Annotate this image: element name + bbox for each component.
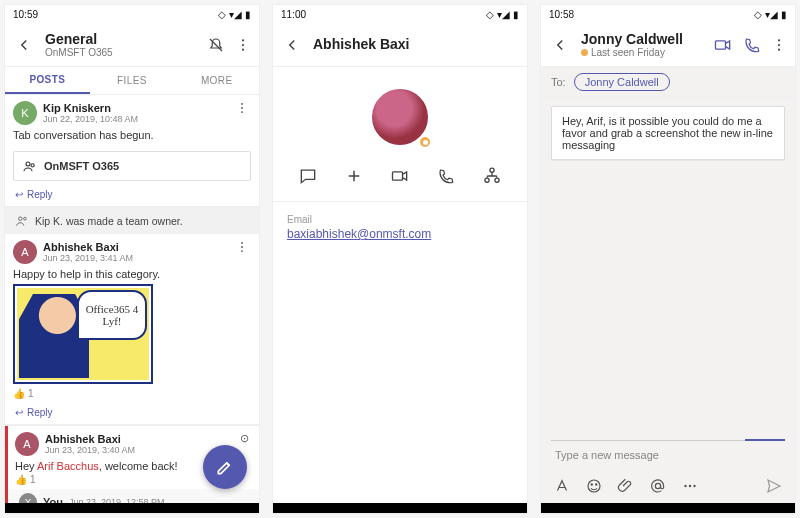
android-nav-bar [541,503,795,513]
reply-label: Reply [27,189,53,200]
video-icon [713,35,733,55]
add-contact-button[interactable] [343,165,365,187]
svg-point-0 [242,39,244,41]
reply-icon: ↩ [15,189,23,200]
org-chart-button[interactable] [481,165,503,187]
recipient-chip[interactable]: Jonny Caldwell [574,73,670,91]
unread-marker [5,489,8,503]
arrow-left-icon [551,36,569,54]
attach-button[interactable] [617,477,635,495]
thumbs-up-icon: 👍 [15,474,27,485]
send-button[interactable] [765,477,783,495]
post-timestamp: Jun 23, 2019, 3:40 AM [45,445,135,455]
react-count: 1 [30,474,36,485]
system-message: Kip K. was made a team owner. [5,208,259,234]
system-message-text: Kip K. was made a team owner. [35,215,183,227]
back-button[interactable] [281,34,303,56]
reply-row[interactable]: Y You Jun 23, 2019, 12:58 PM Thanks Abhi… [5,489,259,503]
mention-button[interactable] [649,477,667,495]
emoji-icon [585,477,603,495]
tab-more[interactable]: MORE [174,67,259,94]
new-post-fab[interactable] [203,445,247,489]
svg-point-6 [26,162,30,166]
avatar[interactable]: K [13,101,37,125]
status-bar: 10:59 ◇ ▾◢ ▮ [5,5,259,23]
status-time: 10:59 [13,9,38,20]
chat-icon [298,166,318,186]
post-more-button[interactable] [235,240,249,254]
react-count: 1 [28,388,34,399]
audio-call-button[interactable] [435,165,457,187]
post-more-button[interactable]: ⊙ [240,432,249,445]
format-button[interactable] [553,477,571,495]
emoji-button[interactable] [585,477,603,495]
profile-header: Abhishek Baxi [273,23,527,67]
reply-button[interactable]: ↩ Reply [5,185,259,206]
svg-point-8 [19,217,23,221]
video-call-button[interactable] [389,165,411,187]
compose-area: Type a new message [541,440,795,503]
svg-point-27 [693,485,695,487]
compose-input[interactable]: Type a new message [555,449,659,461]
video-call-button[interactable] [713,35,733,55]
notifications-toggle-button[interactable] [207,36,225,54]
back-button[interactable] [549,34,571,56]
posts-feed[interactable]: K Kip Kniskern Jun 22, 2019, 10:48 AM Ta… [5,95,259,503]
quoted-message-text: Hey, Arif, is it possible you could do m… [562,115,773,151]
profile-avatar[interactable] [370,87,430,147]
compose-more-button[interactable] [681,477,699,495]
post-author: Abhishek Baxi [43,241,133,254]
reply-author: You [43,496,63,503]
svg-point-24 [655,483,660,488]
profile-title: Abhishek Baxi [313,36,519,52]
email-link[interactable]: baxiabhishek@onmsft.com [273,227,527,241]
chat-title-block[interactable]: Jonny Caldwell Last seen Friday [581,31,703,59]
post[interactable]: A Abhishek Baxi Jun 23, 2019, 3:41 AM Ha… [5,234,259,403]
profile-actions [273,157,527,201]
svg-point-9 [24,217,27,220]
channel-title-block[interactable]: General OnMSFT O365 [45,31,197,59]
svg-point-14 [490,168,494,172]
chat-header: Jonny Caldwell Last seen Friday [541,23,795,67]
arrow-left-icon [283,36,301,54]
tab-conversation-card[interactable]: OnMSFT O365 [13,151,251,181]
more-vertical-icon [235,240,249,254]
card-label: OnMSFT O365 [44,160,119,172]
reply-button[interactable]: ↩ Reply [5,403,259,424]
avatar[interactable]: A [15,432,39,456]
svg-point-20 [778,48,780,50]
mention[interactable]: Arif Bacchus [37,460,99,472]
more-options-button[interactable] [771,37,787,53]
phone-chat-compose: 10:58 ◇ ▾◢ ▮ Jonny Caldwell Last seen Fr… [540,4,796,514]
presence-away-icon [418,135,432,149]
sticker-image[interactable]: Office365 4 Lyf! [13,284,153,384]
svg-rect-13 [393,172,403,180]
reply-timestamp: Jun 23, 2019, 12:58 PM [69,497,165,503]
svg-point-7 [31,164,34,167]
presence-text: Last seen Friday [581,47,703,59]
post-body: Tab conversation has begun. [13,129,251,141]
post[interactable]: K Kip Kniskern Jun 22, 2019, 10:48 AM Ta… [5,95,259,147]
email-section-label: Email [273,201,527,227]
tab-posts[interactable]: POSTS [5,67,90,94]
chat-button[interactable] [297,165,319,187]
avatar[interactable]: A [13,240,37,264]
unread-marker [5,426,8,489]
thumbs-up-icon: 👍 [13,388,25,399]
post-more-button[interactable] [235,101,249,115]
reactions[interactable]: 👍 1 [13,388,251,399]
more-options-button[interactable] [235,37,251,53]
svg-point-11 [241,246,243,248]
back-button[interactable] [13,34,35,56]
audio-call-button[interactable] [743,36,761,54]
avatar[interactable]: Y [19,493,37,503]
org-icon [482,166,502,186]
compose-icon [215,457,235,477]
status-time: 10:58 [549,9,574,20]
tab-files[interactable]: FILES [90,67,175,94]
svg-point-4 [241,107,243,109]
quoted-message[interactable]: Hey, Arif, is it possible you could do m… [551,106,785,160]
status-icons: ◇ ▾◢ ▮ [754,9,787,20]
svg-point-3 [241,103,243,105]
plus-icon [345,167,363,185]
